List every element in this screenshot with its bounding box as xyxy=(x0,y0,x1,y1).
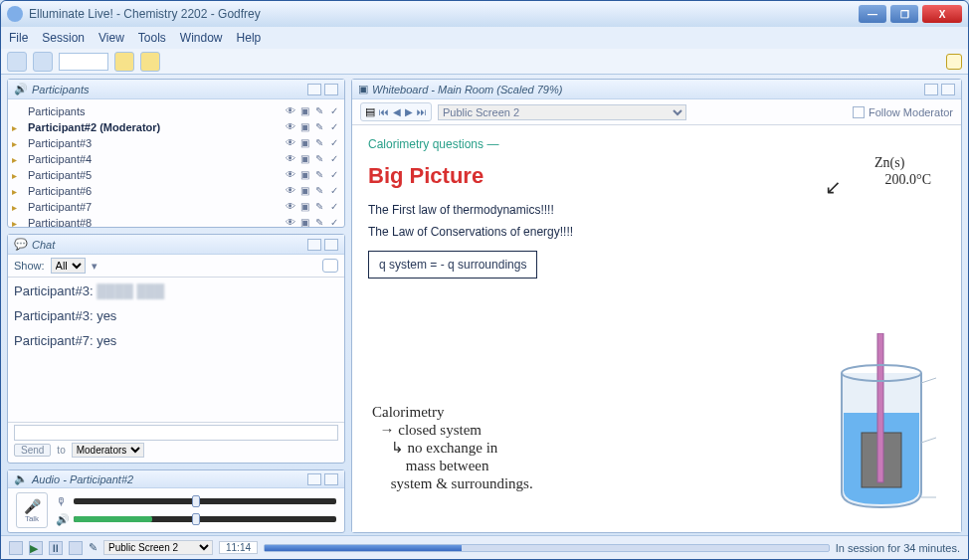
eye-icon[interactable]: 👁 xyxy=(286,122,295,132)
whiteboard-canvas[interactable]: Calorimetry questions — Big Picture The … xyxy=(352,125,961,532)
left-column: 🔊 Participants Participants👁▣✎✓▸Particip… xyxy=(7,79,345,533)
check-icon[interactable]: ✓ xyxy=(330,186,340,196)
screen-icon[interactable]: ▣ xyxy=(300,218,310,227)
pen-icon[interactable]: ✎ xyxy=(315,154,325,164)
participant-row[interactable]: ▸Participant#3👁▣✎✓ xyxy=(12,135,340,151)
menu-view[interactable]: View xyxy=(98,31,124,45)
eye-icon[interactable]: 👁 xyxy=(286,202,295,212)
participant-row[interactable]: ▸Participant#2 (Moderator)👁▣✎✓ xyxy=(12,119,340,135)
pen-icon[interactable]: ✎ xyxy=(315,202,325,212)
eye-icon[interactable]: 👁 xyxy=(286,186,295,196)
check-icon[interactable]: ✓ xyxy=(330,154,340,164)
chat-bubble-icon[interactable] xyxy=(322,259,338,273)
screen-icon[interactable]: ▣ xyxy=(300,202,310,212)
sb-play-button[interactable]: ▶ xyxy=(29,541,43,555)
wb-ctrl-2[interactable] xyxy=(941,84,955,95)
toolbar-btn-4[interactable] xyxy=(140,52,160,72)
screen-icon[interactable]: ▣ xyxy=(300,154,310,164)
wb-ctrl-1[interactable] xyxy=(924,84,938,95)
toolbar-btn-1[interactable] xyxy=(7,52,27,72)
screen-icon[interactable]: ▣ xyxy=(300,186,310,196)
eye-icon[interactable]: 👁 xyxy=(286,106,295,116)
toolbar-btn-2[interactable] xyxy=(33,52,53,72)
chat-header[interactable]: 💬 Chat xyxy=(8,235,344,255)
menu-tools[interactable]: Tools xyxy=(138,31,166,45)
sb-first-button[interactable] xyxy=(9,541,23,555)
window-title: Elluminate Live! - Chemistry 2202 - Godf… xyxy=(29,7,859,21)
eye-icon[interactable]: 👁 xyxy=(286,218,295,227)
check-icon[interactable]: ✓ xyxy=(330,106,340,116)
wb-last-button[interactable]: ⏭ xyxy=(417,106,427,117)
chat-ctrl-2[interactable] xyxy=(324,239,338,251)
pen-icon[interactable]: ✎ xyxy=(315,122,325,132)
follow-label: Follow Moderator xyxy=(869,106,953,118)
pen-icon[interactable]: ✎ xyxy=(315,170,325,180)
audio-ctrl-1[interactable] xyxy=(307,473,321,485)
wb-prev-button[interactable]: ◀ xyxy=(393,106,401,117)
participants-header[interactable]: 🔊 Participants xyxy=(8,80,344,99)
participant-row[interactable]: Participants👁▣✎✓ xyxy=(12,103,340,119)
sb-last-button[interactable] xyxy=(69,541,83,555)
sb-pause-button[interactable]: ⏸ xyxy=(49,541,63,555)
participant-row[interactable]: ▸Participant#4👁▣✎✓ xyxy=(12,151,340,167)
toolbar-select[interactable] xyxy=(59,53,108,71)
check-icon[interactable]: ✓ xyxy=(330,218,340,227)
screen-icon[interactable]: ▣ xyxy=(300,122,310,132)
participant-row[interactable]: ▸Participant#6👁▣✎✓ xyxy=(12,183,340,199)
wb-first-button[interactable]: ⏮ xyxy=(379,106,389,117)
menu-help[interactable]: Help xyxy=(237,31,262,45)
participants-list[interactable]: Participants👁▣✎✓▸Participant#2 (Moderato… xyxy=(8,99,344,227)
pen-icon[interactable]: ✎ xyxy=(315,186,325,196)
hand-top-note: Zn(s) 200.0°C xyxy=(874,155,931,189)
menu-window[interactable]: Window xyxy=(180,31,223,45)
speaker-slider[interactable] xyxy=(74,516,336,522)
pen-icon[interactable]: ✎ xyxy=(315,218,325,227)
audio-header[interactable]: 🔈 Audio - Participant#2 xyxy=(8,470,344,488)
screen-icon[interactable]: ▣ xyxy=(300,138,310,148)
chat-message: Participant#3: yes xyxy=(14,308,338,323)
pen-icon[interactable]: ✎ xyxy=(315,106,325,116)
minimize-button[interactable]: — xyxy=(859,5,886,23)
pen-icon[interactable]: ✎ xyxy=(315,138,325,148)
eye-icon[interactable]: 👁 xyxy=(286,154,295,164)
chat-show-select[interactable]: All xyxy=(51,258,86,274)
toolbar-btn-3[interactable] xyxy=(114,52,134,72)
eye-icon[interactable]: 👁 xyxy=(286,138,295,148)
audio-ctrl-2[interactable] xyxy=(324,473,338,485)
check-icon[interactable]: ✓ xyxy=(330,138,340,148)
wb-screen-select[interactable]: Public Screen 2 xyxy=(438,104,686,120)
toolbar-help-icon[interactable] xyxy=(946,54,962,70)
wb-tool-icon[interactable]: ▤ xyxy=(365,105,375,118)
calorimeter-diagram xyxy=(822,333,941,512)
chat-messages[interactable]: Participant#3: ████ ███Participant#3: ye… xyxy=(8,277,344,423)
check-icon[interactable]: ✓ xyxy=(330,122,340,132)
screen-icon[interactable]: ▣ xyxy=(300,106,310,116)
follow-checkbox[interactable] xyxy=(853,106,865,118)
close-button[interactable]: X xyxy=(922,5,962,23)
check-icon[interactable]: ✓ xyxy=(330,202,340,212)
chat-to-select[interactable]: Moderators xyxy=(72,443,144,458)
eye-icon[interactable]: 👁 xyxy=(286,170,295,180)
panel-ctrl-2[interactable] xyxy=(324,84,338,95)
send-button[interactable]: Send xyxy=(14,444,51,457)
screen-icon[interactable]: ▣ xyxy=(300,170,310,180)
wb-next-button[interactable]: ▶ xyxy=(405,106,413,117)
chat-ctrl-1[interactable] xyxy=(307,239,321,251)
check-icon[interactable]: ✓ xyxy=(330,170,340,180)
talk-button[interactable]: 🎤 Talk xyxy=(16,492,48,528)
mic-icon: 🔊 xyxy=(14,83,28,95)
titlebar[interactable]: Elluminate Live! - Chemistry 2202 - Godf… xyxy=(1,1,968,27)
sb-progress[interactable] xyxy=(264,544,830,552)
participant-row[interactable]: ▸Participant#5👁▣✎✓ xyxy=(12,167,340,183)
wb-link-text[interactable]: Calorimetry questions — xyxy=(368,137,945,151)
whiteboard-header[interactable]: ▣ Whiteboard - Main Room (Scaled 79%) xyxy=(352,80,961,99)
chat-input[interactable] xyxy=(14,425,338,441)
maximize-button[interactable]: ❐ xyxy=(890,5,918,23)
mic-slider[interactable] xyxy=(74,498,336,504)
sb-screen-select[interactable]: Public Screen 2 xyxy=(103,540,213,555)
participant-row[interactable]: ▸Participant#7👁▣✎✓ xyxy=(12,199,340,215)
participant-row[interactable]: ▸Participant#8👁▣✎✓ xyxy=(12,215,340,227)
menu-session[interactable]: Session xyxy=(42,31,85,45)
panel-ctrl-1[interactable] xyxy=(307,84,321,95)
menu-file[interactable]: File xyxy=(9,31,28,45)
